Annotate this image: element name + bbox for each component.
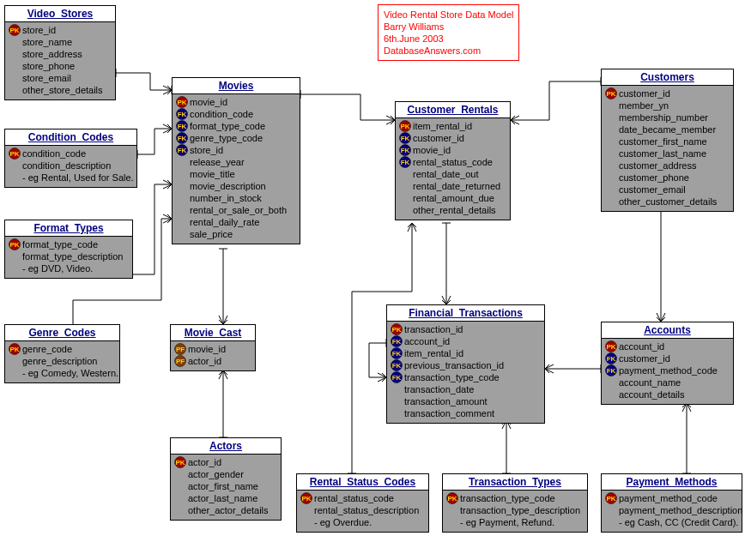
column-name: store_id (22, 24, 56, 36)
column-name: actor_last_name (188, 492, 257, 504)
entity-row: store_name (9, 36, 112, 48)
entity-row: PKgenre_code (9, 343, 116, 355)
svg-text:PK: PK (391, 326, 401, 334)
entity-body: PKrental_status_coderental_status_descri… (297, 491, 428, 532)
entity-row: PKpayment_method_code (605, 492, 738, 504)
entity-body: PKpayment_method_codepayment_method_desc… (602, 491, 742, 532)
entity-row: PKstore_id (9, 24, 112, 36)
fk-key-icon: FK (605, 364, 617, 376)
svg-text:PK: PK (400, 123, 409, 130)
key-spacer (605, 111, 617, 123)
entity-actors: ActorsPKactor_idactor_genderactor_first_… (170, 437, 282, 521)
column-name: format_type_code (190, 120, 265, 132)
entity-row: PKtransaction_id (391, 323, 541, 335)
entity-row: other_customer_details (605, 196, 730, 208)
key-spacer (9, 60, 21, 72)
key-spacer (9, 172, 21, 184)
fk-key-icon: FK (391, 347, 403, 359)
svg-text:PK: PK (301, 495, 311, 503)
column-name: movie_id (188, 343, 226, 355)
entity-title: Accounts (602, 322, 733, 339)
key-spacer (9, 250, 21, 262)
entity-condition-codes: Condition_CodesPKcondition_codecondition… (4, 129, 137, 188)
pk-key-icon: PK (391, 323, 403, 335)
key-spacer (399, 168, 411, 180)
key-spacer (176, 168, 188, 180)
column-name: other_rental_details (413, 204, 496, 216)
svg-text:PK: PK (606, 90, 615, 98)
entity-title: Rental_Status_Codes (297, 474, 428, 491)
key-spacer (605, 184, 617, 196)
entity-row: FKrental_status_code (399, 156, 506, 168)
key-spacer (399, 192, 411, 204)
key-spacer (605, 123, 617, 135)
entity-row: customer_first_name (605, 135, 730, 148)
column-name: rental_daily_rate (190, 216, 259, 228)
entity-row: rental_or_sale_or_both (176, 204, 296, 216)
entity-row: PKactor_id (174, 456, 277, 468)
column-name: - eg Overdue. (314, 516, 372, 528)
key-spacer (446, 516, 458, 528)
entity-row: FKmovie_id (399, 144, 506, 156)
fk-key-icon: FK (399, 132, 411, 144)
entity-title: Actors (171, 438, 281, 455)
entity-title: Financial_Transactions (387, 305, 544, 322)
pk-key-icon: PK (174, 456, 186, 468)
column-name: format_type_code (22, 238, 98, 250)
svg-text:FK: FK (392, 374, 402, 382)
key-spacer (399, 204, 411, 216)
column-name: member_yn (619, 99, 669, 111)
column-name: store_id (190, 144, 223, 156)
entity-row: - eg DVD, Video. (9, 262, 129, 274)
column-name: store_name (22, 36, 72, 48)
entity-title: Customers (602, 69, 733, 86)
key-spacer (605, 160, 617, 172)
key-spacer (605, 135, 617, 148)
column-name: item_rental_id (404, 347, 463, 359)
pk-key-icon: PK (176, 96, 188, 108)
entity-row: FKstore_id (176, 144, 296, 156)
column-name: actor_id (188, 355, 221, 367)
svg-text:FK: FK (607, 355, 616, 363)
entity-body: PKactor_idactor_genderactor_first_nameac… (171, 455, 281, 520)
entity-transaction-types: Transaction_TypesPKtransaction_type_code… (442, 473, 588, 533)
entity-title: Condition_Codes (5, 129, 136, 146)
entity-row: other_rental_details (399, 204, 506, 216)
entity-row: FKcustomer_id (399, 132, 506, 144)
column-name: customer_first_name (619, 135, 707, 148)
svg-text:PK: PK (177, 99, 186, 106)
entity-title: Customer_Rentals (396, 102, 510, 118)
pk-key-icon: PK (605, 340, 617, 352)
entity-row: rental_date_out (399, 168, 506, 180)
entity-row: PKrental_status_code (300, 492, 425, 504)
svg-text:FK: FK (401, 159, 410, 166)
key-spacer (9, 36, 21, 48)
column-name: store_email (22, 72, 71, 84)
entity-genre-codes: Genre_CodesPKgenre_codegenre_description… (4, 324, 120, 383)
fk-key-icon: FK (399, 156, 411, 168)
entity-body: PKtransaction_idFKaccount_idFKitem_renta… (387, 322, 544, 423)
entity-row: FKtransaction_type_code (391, 371, 541, 383)
key-spacer (176, 156, 188, 168)
entity-movie-cast: Movie_CastPFmovie_idPFactor_id (170, 324, 256, 371)
column-name: other_actor_details (188, 504, 269, 516)
fk-key-icon: FK (391, 371, 403, 383)
column-name: movie_id (190, 96, 227, 108)
entity-row: PFactor_id (174, 355, 251, 367)
key-spacer (605, 148, 617, 160)
column-name: previous_transaction_id (404, 359, 504, 371)
entity-rental-status-codes: Rental_Status_CodesPKrental_status_coder… (296, 473, 429, 533)
entity-row: FKcondition_code (176, 108, 296, 120)
entity-title: Format_Types (5, 220, 132, 237)
entity-customer-rentals: Customer_RentalsPKitem_rental_idFKcustom… (395, 101, 511, 220)
entity-row: movie_description (176, 180, 296, 192)
key-spacer (605, 172, 617, 184)
entity-title: Movie_Cast (171, 325, 255, 341)
entity-row: PFmovie_id (174, 343, 251, 355)
entity-body: PKitem_rental_idFKcustomer_idFKmovie_idF… (396, 118, 510, 220)
key-spacer (605, 516, 617, 528)
column-name: condition_code (190, 108, 253, 120)
column-name: actor_first_name (188, 480, 258, 492)
key-spacer (174, 492, 186, 504)
column-name: item_rental_id (413, 120, 472, 132)
